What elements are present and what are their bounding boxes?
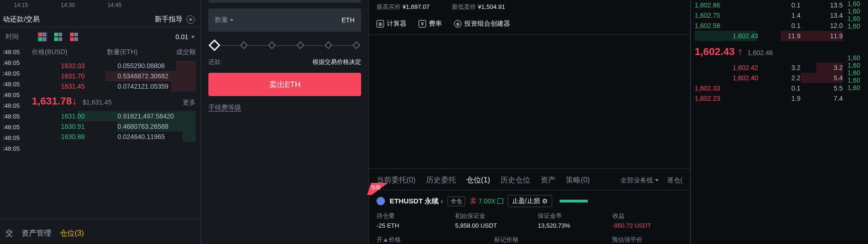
depth-extra-column: 1,601,60 1,601,60 1,601,60 1,601,60 1,60	[847, 0, 868, 244]
position-symbol[interactable]: ETHUSDT 永续 ›	[390, 197, 443, 206]
chevron-down-icon	[230, 19, 234, 21]
auto-repay-toggle-label: 动还款/交易	[3, 15, 40, 24]
depth-last-price: 1,602.43	[695, 46, 743, 58]
tab-trade[interactable]: 交	[6, 229, 13, 238]
arrow-down-icon	[72, 95, 77, 107]
mark-price: 1,602.48	[747, 49, 773, 56]
time-tick: 14:45	[107, 2, 121, 8]
last-price-usd: $1,631.45	[83, 98, 112, 106]
bid-row[interactable]: 1,602.231.97.4	[695, 93, 843, 104]
size-value: -25 ETH	[377, 222, 455, 229]
trades-time-column: :48:05:48:05 :48:05:48:05 :48:05:48:05 :…	[0, 47, 27, 154]
eth-icon	[377, 197, 385, 205]
ask-row[interactable]: 1631.700.5346872.30682	[32, 71, 196, 81]
left-panel: 14:15 14:30 14:45 动还款/交易 新手指导 时间 0.01	[0, 0, 201, 244]
ask-row[interactable]: 1,602.4311.911.9	[695, 31, 843, 41]
tab-positions[interactable]: 仓位(3)	[60, 229, 84, 238]
position-row: 当前 ETHUSDT 永续 › 全仓 卖 7.00X 止盈/止损 ⚙ 持仓量-2…	[369, 190, 690, 235]
bid-row[interactable]: 1,602.423.23.2	[695, 63, 843, 73]
current-tag: 当前	[367, 183, 392, 195]
fee-tool[interactable]: ¥费率	[419, 20, 442, 28]
slider-node[interactable]	[268, 42, 276, 49]
beginner-guide-link[interactable]: 新手指导	[155, 15, 195, 24]
sell-button[interactable]: 卖出ETH	[208, 73, 361, 96]
pnl-label: 收益	[612, 212, 683, 220]
time-tick: 14:15	[14, 2, 28, 8]
tab-position-history[interactable]: 历史仓位	[500, 175, 530, 185]
slider-node[interactable]	[296, 42, 304, 49]
ask-row[interactable]: 1,602.751.413.4	[695, 10, 843, 21]
edit-icon	[498, 198, 503, 204]
tab-strategy[interactable]: 策略(0)	[566, 175, 590, 185]
bid-row[interactable]: 1,602.330.15.5	[695, 83, 843, 93]
high-label: 最高买价	[377, 3, 401, 10]
foot-mark-price-label: 标记价格	[494, 236, 519, 244]
top-divider	[208, 0, 361, 3]
orderbook-layout-combined-icon[interactable]	[37, 32, 48, 42]
more-link[interactable]: 更多	[183, 98, 196, 107]
ask-row[interactable]: 1,602.860.113.5	[695, 0, 843, 10]
adjust-icon: ⚙	[542, 197, 548, 205]
portfolio-builder-tool[interactable]: ⊕投资组合创建器	[454, 20, 510, 28]
low-value: ¥1,504.91	[478, 3, 505, 10]
quantity-input[interactable]: 数量 ETH	[208, 8, 361, 32]
play-icon	[186, 15, 195, 24]
price-header: 价格(BUSD)	[32, 48, 85, 56]
bid-row[interactable]: 1631.000.91821,497.58420	[32, 111, 196, 121]
fee-icon: ¥	[419, 20, 426, 28]
pnl-bar	[560, 200, 588, 202]
high-value: ¥1,697.07	[403, 3, 430, 10]
granularity-value: 0.01	[176, 33, 188, 41]
fee-tier-link[interactable]: 手续费等级	[208, 104, 241, 111]
ratio-label: 保证金率	[538, 212, 612, 220]
time-column-header: 时间	[6, 33, 19, 41]
pnl-value: -950.72 USDT	[612, 222, 683, 229]
ratio-value: 13,520.73%	[538, 222, 612, 229]
bid-row[interactable]: 1630.910.4680763.26588	[32, 121, 196, 132]
bid-row[interactable]: 1,602.402.25.4	[695, 73, 843, 83]
time-tick: 14:30	[61, 2, 75, 8]
filter-isolated[interactable]: 逐仓(	[667, 176, 683, 185]
orderbook-granularity-select[interactable]: 0.01	[176, 33, 195, 41]
guide-label: 新手指导	[155, 15, 183, 24]
foot-liq-price-label: 预估强平价	[612, 236, 642, 244]
order-form: 数量 ETH 还款: 根据交易价格决定 卖出ETH 手续费等级	[201, 0, 369, 244]
margin-label: 初始保证金	[455, 212, 538, 220]
ask-row[interactable]: 1631.450.0742121.05359	[32, 81, 196, 91]
tab-order-history[interactable]: 历史委托	[426, 175, 456, 185]
filter-business-line[interactable]: 全部业务线	[620, 176, 659, 185]
total-header: 成交额	[137, 48, 196, 56]
low-label: 最低卖价	[452, 3, 476, 10]
slider-node[interactable]	[324, 42, 332, 49]
ask-row[interactable]: 1,602.580.112.0	[695, 21, 843, 31]
qty-header: 数量(ETH)	[85, 48, 137, 56]
chart-time-axis: 14:15 14:30 14:45	[0, 0, 200, 12]
globe-icon: ⊕	[454, 20, 462, 28]
leverage-edit[interactable]: 卖 7.00X	[470, 197, 503, 205]
slider-node[interactable]	[208, 39, 220, 51]
repay-label: 还款:	[208, 58, 222, 66]
slider-node[interactable]	[352, 42, 360, 49]
orderbook: 价格(BUSD) 数量(ETH) 成交额 1632.030.055290.088…	[27, 47, 200, 154]
tab-assets[interactable]: 资产管理	[21, 229, 51, 238]
right-panel: 最高买价 ¥1,697.07 最低卖价 ¥1,504.91 ⊞计算器 ¥费率 ⊕…	[369, 0, 868, 244]
qty-label: 数量	[215, 16, 228, 24]
leverage-value: 7.00X	[478, 197, 496, 205]
chevron-down-icon	[655, 179, 659, 181]
tp-sl-button[interactable]: 止盈/止损 ⚙	[508, 195, 552, 207]
tab-assets[interactable]: 资产	[541, 175, 555, 185]
slider-node[interactable]	[240, 42, 248, 49]
margin-mode-badge[interactable]: 全仓	[448, 196, 465, 206]
qty-unit: ETH	[342, 16, 355, 24]
percentage-slider[interactable]	[208, 41, 361, 49]
orderbook-layout-buy-icon[interactable]	[53, 32, 64, 42]
calculator-tool[interactable]: ⊞计算器	[377, 20, 406, 28]
size-label: 持仓量	[377, 212, 455, 220]
bid-row[interactable]: 1630.880.024640.11965	[32, 132, 196, 142]
ask-row[interactable]: 1632.030.055290.08806	[32, 61, 196, 71]
tab-positions[interactable]: 仓位(1)	[466, 175, 491, 185]
repay-value: 根据交易价格决定	[313, 58, 361, 66]
last-price: 1,631.78	[32, 95, 77, 107]
orderbook-layout-sell-icon[interactable]	[69, 32, 79, 42]
chevron-down-icon	[191, 36, 195, 38]
